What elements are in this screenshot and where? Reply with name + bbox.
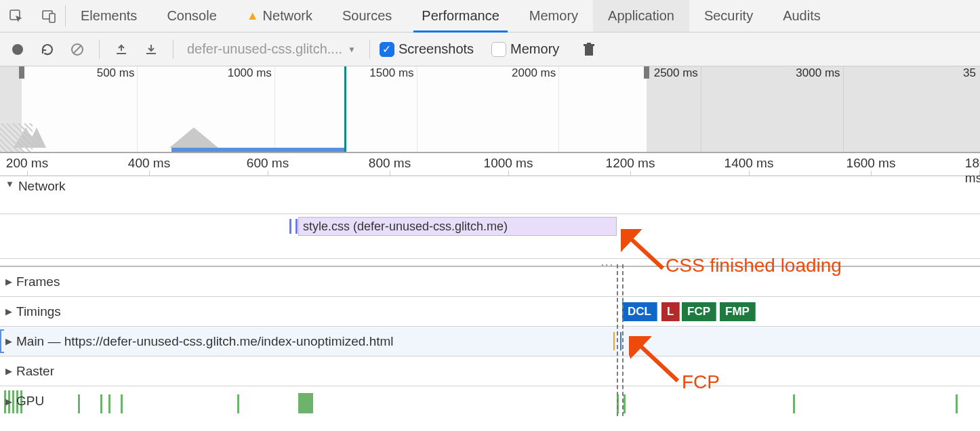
network-track-header[interactable]: ▼ Network [0,176,980,214]
network-track-body[interactable]: style.css (defer-unused-css.glitch.me) [0,214,980,259]
timings-track[interactable]: ▶ Timings DCLLFCPFMP [0,297,980,327]
overview-tick-line [137,66,138,152]
chevron-right-icon: ▶ [5,276,12,287]
checkbox-checked-icon: ✓ [380,42,394,57]
ruler-tick-line [749,171,750,176]
session-label: defer-unused-css.glitch.... [187,41,342,57]
detail-ruler[interactable]: 200 ms400 ms600 ms800 ms1000 ms1200 ms14… [0,153,980,176]
record-button[interactable] [5,37,30,62]
gpu-task[interactable] [298,393,313,413]
gpu-task[interactable] [956,394,958,413]
svg-rect-8 [587,43,591,44]
overview-tick-line [417,66,417,152]
ruler-tick-label: 1000 ms [484,156,533,171]
ruler-tick-line [508,171,509,176]
gpu-task[interactable] [793,394,795,413]
overview-tick-label: 1000 ms [228,66,274,80]
overview-tick-label: 500 ms [97,66,138,80]
timing-badge-fcp[interactable]: FCP [682,302,716,321]
tab-audits[interactable]: Audits [768,0,836,32]
inspect-icon[interactable] [0,0,33,32]
device-toggle-icon[interactable] [33,0,65,32]
ruler-tick-label: 800 ms [369,156,411,171]
tab-console[interactable]: Console [152,0,231,32]
reload-button[interactable] [35,37,60,62]
gpu-task[interactable] [78,394,80,413]
tab-security[interactable]: Security [689,0,768,32]
gpu-track[interactable]: ▶ GPU [0,386,980,416]
chevron-down-icon: ▼ [5,179,14,189]
main-thread-slice[interactable] [613,332,615,350]
ruler-tick-line [871,171,872,176]
svg-rect-7 [584,44,594,46]
load-profile-icon[interactable] [109,37,134,62]
warning-icon: ▲ [247,9,259,23]
cpu-peak [169,121,218,148]
ruler-tick-line [27,171,28,176]
overview-mask-right [647,66,980,152]
overview-tick-line [558,66,559,152]
ruler-tick-line [149,171,150,176]
memory-toggle[interactable]: Memory [491,41,559,57]
save-profile-icon[interactable] [139,37,163,62]
chevron-right-icon: ▶ [5,396,12,407]
session-select[interactable]: defer-unused-css.glitch.... ▼ [183,41,360,57]
raster-track[interactable]: ▶ Raster [0,356,980,386]
svg-rect-6 [585,46,593,56]
ruler-tick-label: 200 ms [6,156,48,171]
chevron-down-icon: ▼ [348,45,356,54]
overview-handle-right[interactable] [644,66,649,79]
timing-badge-l[interactable]: L [661,302,680,321]
overview-hatch [0,123,33,152]
chevron-right-icon: ▶ [5,336,12,346]
ruler-tick-label: 600 ms [247,156,289,171]
svg-point-3 [12,44,23,55]
timing-vline [622,264,624,416]
main-bracket [0,329,4,353]
timing-vline [617,264,618,416]
gpu-task[interactable] [237,394,239,413]
request-queue-segment [289,219,298,234]
tab-sources[interactable]: Sources [327,0,407,32]
screenshots-toggle[interactable]: ✓ Screenshots [380,41,474,57]
main-track[interactable]: ▶ Main — https://defer-unused-css.glitch… [0,327,980,356]
tab-memory[interactable]: Memory [514,0,593,32]
gpu-task[interactable] [108,394,110,413]
chevron-right-icon: ▶ [5,306,12,316]
checkbox-unchecked-icon [491,42,506,57]
trash-icon[interactable] [577,37,601,62]
overview-tick-line [274,66,275,152]
gpu-task[interactable] [100,394,102,413]
svg-line-5 [73,45,81,54]
overview-tick-label: 2000 ms [512,66,558,80]
gpu-task[interactable] [624,394,626,413]
tab-performance[interactable]: Performance [407,0,514,32]
performance-toolbar: defer-unused-css.glitch.... ▼ ✓ Screensh… [0,33,980,66]
tab-network[interactable]: ▲Network [232,0,327,32]
tab-elements[interactable]: Elements [66,0,152,32]
overview-handle-left[interactable] [19,66,24,79]
ruler-tick-label: 1400 ms [724,156,774,171]
timing-badge-dcl[interactable]: DCL [622,302,657,321]
chevron-right-icon: ▶ [5,366,12,376]
ruler-tick-label: 1200 ms [606,156,655,171]
devtools-tab-strip: Elements Console ▲Network Sources Perfor… [0,0,980,33]
overview-marker [344,66,346,152]
overview-timeline[interactable]: 500 ms1000 ms1500 ms2000 ms2500 ms3000 m… [0,66,980,153]
ruler-tick-label: 400 ms [128,156,170,171]
overview-network-bar [171,148,344,152]
ruler-tick-line [630,171,631,176]
timing-badge-fmp[interactable]: FMP [720,302,756,321]
ruler-tick-line [390,171,390,176]
svg-rect-2 [49,14,55,22]
ruler-tick-label: 1600 ms [846,156,896,171]
network-request-bar[interactable]: style.css (defer-unused-css.glitch.me) [298,217,617,236]
gpu-task[interactable] [121,394,123,413]
main-thread-slice[interactable] [620,332,621,350]
ruler-tick-line [268,171,268,176]
overview-tick-label: 1500 ms [369,66,416,80]
flamechart-pane: ▼ Network style.css (defer-unused-css.gl… [0,176,980,416]
tab-application[interactable]: Application [593,0,689,32]
clear-button[interactable] [65,37,89,62]
